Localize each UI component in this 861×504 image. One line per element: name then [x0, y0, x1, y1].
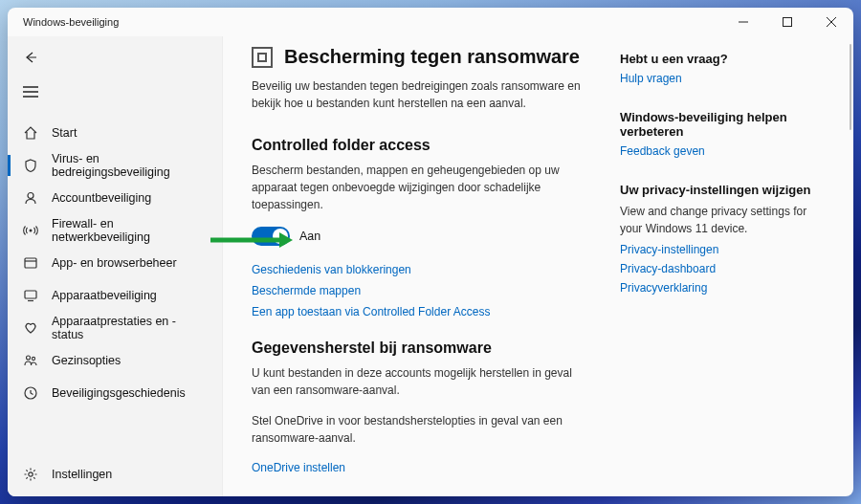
- feedback-block: Windows-beveiliging helpen verbeteren Fe…: [620, 110, 830, 158]
- svg-point-17: [29, 472, 33, 476]
- sidebar-item-history[interactable]: Beveiligingsgeschiedenis: [8, 377, 222, 409]
- maximize-button[interactable]: [765, 8, 809, 36]
- cfa-links: Geschiedenis van blokkeringen Beschermde…: [252, 263, 591, 318]
- shield-icon: [23, 158, 38, 173]
- sidebar-item-label: Virus- en bedreigingsbeveiliging: [52, 152, 207, 179]
- minimize-icon: [739, 17, 748, 27]
- cfa-toggle[interactable]: [252, 227, 290, 246]
- titlebar: Windows-beveiliging: [8, 8, 853, 36]
- content-area: Bescherming tegen ransomware Beveilig uw…: [223, 36, 853, 496]
- window-title: Windows-beveiliging: [23, 16, 119, 28]
- recovery-desc: U kunt bestanden in deze accounts mogeli…: [252, 364, 591, 399]
- link-privacy-dashboard[interactable]: Privacy-dashboard: [620, 262, 830, 275]
- sidebar-item-label: Firewall- en netwerkbeveiliging: [52, 217, 207, 244]
- hamburger-icon: [23, 84, 38, 99]
- sidebar-item-label: Beveiligingsgeschiedenis: [52, 386, 186, 400]
- svg-point-9: [30, 230, 33, 232]
- close-icon: [827, 17, 836, 27]
- maximize-icon: [783, 17, 792, 27]
- recovery-heading: Gegevensherstel bij ransomware: [252, 340, 591, 357]
- help-block: Hebt u een vraag? Hulp vragen: [620, 52, 830, 85]
- link-protected-folders[interactable]: Beschermde mappen: [252, 284, 591, 297]
- page-title-row: Bescherming tegen ransomware: [252, 46, 591, 68]
- scroll-thumb[interactable]: [850, 44, 851, 130]
- page-lead: Beveilig uw bestanden tegen bedreigingen…: [252, 77, 591, 112]
- sidebar-item-label: Start: [52, 126, 77, 140]
- sidebar-item-label: Gezinsopties: [52, 354, 121, 367]
- gear-icon: [23, 467, 38, 482]
- svg-point-14: [27, 356, 31, 360]
- link-onedrive-setup[interactable]: OneDrive instellen: [252, 461, 345, 474]
- sidebar-item-device-health[interactable]: Apparaatprestaties en -status: [8, 312, 222, 344]
- privacy-desc: View and change privacy settings for you…: [620, 203, 830, 237]
- right-column: Hebt u een vraag? Hulp vragen Windows-be…: [620, 46, 830, 487]
- sidebar-item-settings[interactable]: Instellingen: [8, 458, 222, 491]
- sidebar-item-firewall[interactable]: Firewall- en netwerkbeveiliging: [8, 214, 222, 247]
- device-icon: [23, 288, 38, 303]
- history-icon: [23, 385, 38, 401]
- cfa-desc: Bescherm bestanden, mappen en geheugenge…: [252, 162, 591, 213]
- sidebar-item-account[interactable]: Accountbeveiliging: [8, 182, 222, 214]
- app-window: Windows-beveiliging: [8, 8, 853, 496]
- close-button[interactable]: [809, 8, 853, 36]
- link-privacy-statement[interactable]: Privacyverklaring: [620, 281, 830, 295]
- svg-rect-12: [25, 291, 36, 298]
- heart-icon: [23, 320, 38, 336]
- page-title: Bescherming tegen ransomware: [284, 46, 580, 68]
- minimize-button[interactable]: [721, 8, 765, 36]
- link-get-help[interactable]: Hulp vragen: [620, 72, 830, 85]
- cfa-toggle-label: Aan: [299, 230, 320, 243]
- sidebar-item-label: Instellingen: [52, 468, 112, 481]
- home-icon: [23, 125, 38, 141]
- sidebar-item-label: Accountbeveiliging: [52, 191, 151, 205]
- feedback-heading: Windows-beveiliging helpen verbeteren: [620, 110, 830, 139]
- svg-rect-10: [25, 258, 36, 268]
- family-icon: [23, 353, 38, 368]
- main-column: Bescherming tegen ransomware Beveilig uw…: [252, 46, 620, 487]
- ransomware-icon: [252, 47, 273, 68]
- link-block-history[interactable]: Geschiedenis van blokkeringen: [252, 263, 591, 276]
- svg-point-15: [32, 357, 34, 360]
- signal-icon: [23, 223, 38, 238]
- app-icon: [23, 255, 38, 271]
- link-privacy-settings[interactable]: Privacy-instellingen: [620, 243, 830, 256]
- back-button[interactable]: [8, 40, 222, 75]
- privacy-block: Uw privacy-instellingen wijzigen View an…: [620, 183, 830, 295]
- link-give-feedback[interactable]: Feedback geven: [620, 144, 830, 158]
- privacy-heading: Uw privacy-instellingen wijzigen: [620, 183, 830, 197]
- back-icon: [23, 50, 38, 65]
- sidebar-item-app-browser[interactable]: App- en browserbeheer: [8, 247, 222, 279]
- sidebar-item-label: Apparaatprestaties en -status: [52, 315, 207, 341]
- svg-point-8: [28, 193, 33, 199]
- link-allow-app[interactable]: Een app toestaan via Controlled Folder A…: [252, 305, 591, 318]
- sidebar-item-start[interactable]: Start: [8, 117, 222, 149]
- sidebar-item-device-security[interactable]: Apparaatbeveiliging: [8, 279, 222, 312]
- cfa-heading: Controlled folder access: [252, 137, 591, 154]
- hamburger-button[interactable]: [8, 75, 222, 109]
- cfa-toggle-row: Aan: [252, 227, 591, 246]
- sidebar-item-virus[interactable]: Virus- en bedreigingsbeveiliging: [8, 149, 222, 182]
- sidebar: Start Virus- en bedreigingsbeveiliging A…: [8, 36, 223, 496]
- sidebar-item-family[interactable]: Gezinsopties: [8, 344, 222, 377]
- help-heading: Hebt u een vraag?: [620, 52, 830, 66]
- sidebar-item-label: Apparaatbeveiliging: [52, 289, 157, 302]
- scrollbar[interactable]: [842, 44, 851, 491]
- onedrive-note: Stel OneDrive in voor bestandsherstelopt…: [252, 412, 591, 447]
- account-icon: [23, 190, 38, 206]
- svg-rect-1: [784, 18, 792, 27]
- sidebar-item-label: App- en browserbeheer: [52, 256, 177, 270]
